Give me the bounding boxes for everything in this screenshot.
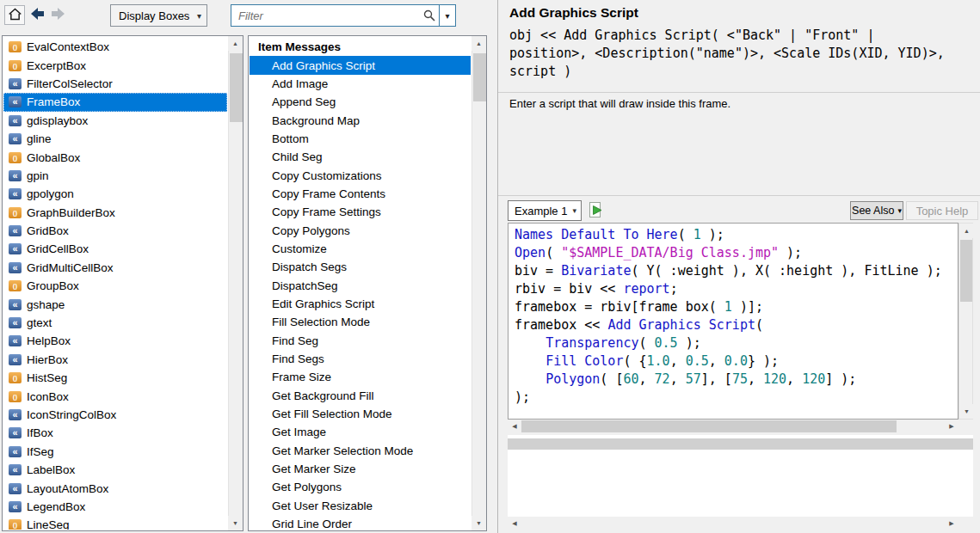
item-message-list-item[interactable]: Copy Frame Settings [250, 203, 471, 221]
scroll-up-icon[interactable]: ▲ [959, 224, 974, 238]
scrollbar-thumb[interactable] [230, 53, 243, 122]
item-message-list-item[interactable]: Get Marker Selection Mode [250, 442, 471, 460]
forward-button[interactable] [48, 5, 69, 25]
display-box-list-item[interactable]: «LegendBox [3, 498, 227, 516]
item-message-list-item[interactable]: Child Seg [250, 148, 471, 166]
item-message-list-item[interactable]: Get Background Fill [250, 387, 471, 405]
display-box-list-item-label: gpolygon [27, 187, 74, 200]
item-message-list-item[interactable]: Add Image [250, 75, 471, 93]
item-message-list-item[interactable]: Get Fill Selection Mode [250, 405, 471, 423]
display-box-list-item-label: FilterColSelector [27, 77, 113, 90]
item-message-list-item[interactable]: Copy Customizations [250, 166, 471, 184]
item-message-list-item[interactable]: Add Graphics Script [250, 56, 471, 74]
display-box-list-item[interactable]: «gshape [3, 295, 227, 313]
code-line: Open( "$SAMPLE_DATA/Big Class.jmp" ); [515, 244, 958, 262]
display-box-list-item-label: LayoutAtomBox [27, 482, 108, 495]
display-box-list-item[interactable]: «gdisplaybox [3, 112, 227, 130]
display-box-list-item[interactable]: «IfBox [3, 424, 227, 442]
item-message-list-item[interactable]: Find Segs [250, 350, 471, 368]
code-line: framebox << Add Graphics Script( [515, 316, 958, 334]
code-vertical-scrollbar[interactable]: ▲ ▼ [958, 223, 973, 420]
home-icon [8, 7, 22, 24]
description-text: Enter a script that will draw inside thi… [509, 97, 965, 110]
scriptable-object-icon: « [9, 409, 22, 420]
example-code-editor[interactable]: Names Default To Here( 1 );Open( "$SAMPL… [508, 223, 958, 420]
item-message-list-item[interactable]: Get Marker Size [250, 460, 471, 478]
topic-help-label: Topic Help [916, 205, 969, 217]
display-box-list-item[interactable]: «gline [3, 130, 227, 148]
filter-box: ▾ [231, 4, 456, 27]
item-message-list-item[interactable]: Fill Selection Mode [250, 313, 471, 331]
item-message-list-item[interactable]: Get Polygons [250, 478, 471, 496]
example-selector[interactable]: Example 1 ▾ [508, 200, 582, 221]
item-message-list-scrollbar[interactable]: ▲ ▼ [472, 36, 486, 530]
display-box-list-item[interactable]: «GridCellBox [3, 240, 227, 258]
scroll-up-icon[interactable]: ▲ [228, 36, 243, 51]
see-also-button[interactable]: See Also ▾ [850, 201, 903, 220]
display-box-list-item[interactable]: «LabelBox [3, 461, 227, 479]
scroll-right-icon[interactable]: ▶ [945, 420, 958, 433]
item-message-list-item[interactable]: Get User Resizable [250, 497, 471, 515]
item-message-list-item[interactable]: Grid Line Order [250, 515, 471, 530]
display-box-list-item[interactable]: ()HistSeg [3, 369, 227, 387]
item-message-list-item[interactable]: Copy Frame Contents [250, 185, 471, 203]
display-box-list-item[interactable]: ()GraphBuilderBox [3, 204, 227, 222]
display-box-list-item[interactable]: ()LineSeg [3, 516, 227, 530]
display-box-list-item[interactable]: «gpin [3, 167, 227, 185]
scroll-down-icon[interactable]: ▼ [959, 404, 974, 419]
display-box-list-item[interactable]: ()EvalContextBox [3, 38, 227, 56]
display-box-list-item[interactable]: «LayoutAtomBox [3, 479, 227, 497]
display-box-list-item[interactable]: ()IconBox [3, 387, 227, 405]
display-box-list-item[interactable]: «FilterColSelector [3, 75, 227, 93]
item-message-list-item[interactable]: Bottom [250, 130, 471, 148]
item-message-list-item[interactable]: Get Image [250, 423, 471, 441]
display-box-list-item[interactable]: ()GlobalBox [3, 148, 227, 166]
item-message-list-item[interactable]: Edit Graphics Script [250, 295, 471, 313]
scrollbar-thumb[interactable] [473, 53, 486, 101]
display-box-list-item-label: HistSeg [27, 371, 67, 384]
scriptable-object-icon: « [9, 170, 22, 181]
display-box-list-item-label: GridCellBox [27, 242, 89, 255]
display-box-list-item[interactable]: «gpolygon [3, 185, 227, 203]
item-message-list-item[interactable]: Find Seg [250, 332, 471, 350]
item-message-list-item[interactable]: Frame Size [250, 368, 471, 386]
scroll-right-icon[interactable]: ▶ [945, 517, 958, 530]
item-message-list-item[interactable]: Copy Polygons [250, 221, 471, 239]
topic-help-button[interactable]: Topic Help [906, 201, 978, 220]
back-button[interactable] [27, 5, 47, 25]
display-box-list-item[interactable]: «HelpBox [3, 332, 227, 350]
function-icon: () [9, 391, 22, 402]
item-message-list-item[interactable]: Background Map [250, 111, 471, 129]
code-horizontal-scrollbar[interactable]: ◀ ▶ [508, 420, 958, 433]
category-dropdown[interactable]: Display Boxes ▾ [110, 4, 207, 27]
display-box-list-item[interactable]: «HierBox [3, 351, 227, 369]
display-box-list-scrollbar[interactable]: ▲ ▼ [228, 36, 243, 530]
display-box-list-item[interactable]: «GridMultiCellBox [3, 259, 227, 277]
scrollbar-thumb[interactable] [521, 420, 897, 432]
scrollbar-thumb[interactable] [960, 240, 972, 302]
display-box-list-item[interactable]: «GridBox [3, 222, 227, 240]
scriptable-object-icon: « [9, 483, 22, 494]
scroll-left-icon[interactable]: ◀ [508, 420, 521, 433]
scroll-left-icon[interactable]: ◀ [508, 517, 521, 530]
home-button[interactable] [4, 5, 25, 25]
item-message-list-item[interactable]: Append Seg [250, 93, 471, 111]
display-box-list-item[interactable]: «gtext [3, 314, 227, 332]
display-box-list-item[interactable]: ()GroupBox [3, 277, 227, 295]
run-example-button[interactable] [587, 201, 606, 220]
scroll-up-icon[interactable]: ▲ [472, 36, 486, 51]
scroll-down-icon[interactable]: ▼ [472, 516, 486, 530]
item-message-list-item[interactable]: Customize [250, 240, 471, 258]
bottom-horizontal-scrollbar[interactable]: ◀ ▶ [508, 517, 958, 530]
filter-input[interactable] [231, 5, 420, 26]
scriptable-object-icon: « [9, 354, 22, 365]
display-box-list-item[interactable]: «IfSeg [3, 443, 227, 461]
display-box-list-item[interactable]: «FrameBox [3, 93, 227, 111]
display-box-list-item[interactable]: ()ExcerptBox [3, 56, 227, 74]
item-message-list-item[interactable]: DispatchSeg [250, 276, 471, 294]
item-message-list-item[interactable]: Dispatch Segs [250, 258, 471, 276]
display-box-list-item[interactable]: «IconStringColBox [3, 406, 227, 424]
bottom-pane [508, 435, 973, 517]
scroll-down-icon[interactable]: ▼ [228, 516, 243, 530]
filter-dropdown-button[interactable]: ▾ [439, 5, 455, 26]
